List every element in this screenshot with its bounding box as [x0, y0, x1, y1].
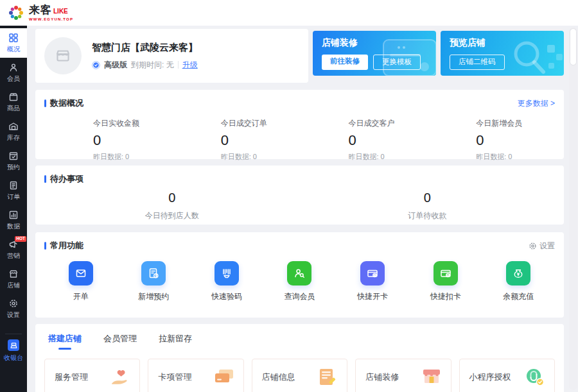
- sidebar-item-label: 数据: [7, 222, 20, 231]
- stat-label: 今日新增会员: [476, 118, 555, 129]
- section-accent-bar: [44, 242, 46, 250]
- todo-item-arrivals: 0 今日待到店人数: [44, 185, 300, 221]
- todo-value: 0: [300, 191, 556, 205]
- tab-member-mgmt[interactable]: 会员管理: [103, 333, 137, 351]
- scrollbar-thumb[interactable]: [570, 28, 577, 65]
- logo-site-text: WWW.EGYUN.TOP: [29, 17, 73, 21]
- build-section-card: 搭建店铺 会员管理 拉新留存 服务管理 卡项管理: [35, 324, 564, 392]
- meta-divider: [178, 61, 179, 69]
- invoice-icon: [74, 267, 87, 280]
- more-data-link[interactable]: 更多数据 >: [518, 98, 555, 109]
- build-card-card-mgmt[interactable]: 卡项管理: [148, 359, 243, 392]
- stat-new-members: 今日新增会员 0 昨日数据: 0: [427, 118, 555, 162]
- todo-label: 今日待到店人数: [44, 210, 300, 221]
- card-minus-icon: [439, 267, 452, 280]
- sidebar-item-label: 概况: [7, 45, 20, 54]
- gear-icon: [8, 298, 19, 309]
- sidebar-item-inventory[interactable]: 库存: [0, 117, 27, 146]
- logo-pinwheel-icon: [6, 3, 26, 22]
- sidebar-item-marketing[interactable]: HOT 营销: [0, 235, 27, 264]
- stat-yesterday: 昨日数据: 0: [349, 152, 428, 162]
- sidebar-item-label: 收银台: [4, 354, 23, 362]
- money-bag-icon: [512, 267, 525, 280]
- quick-action-recharge[interactable]: 余额充值: [482, 261, 555, 302]
- build-card-miniprogram-auth[interactable]: 小程序授权: [459, 359, 555, 392]
- section-accent-bar: [44, 99, 46, 107]
- build-tabs: 搭建店铺 会员管理 拉新留存: [44, 332, 555, 351]
- sidebar-item-label: 订单: [7, 192, 20, 201]
- sidebar-item-data[interactable]: 数据: [0, 205, 27, 235]
- quick-action-scan-code[interactable]: 快速验码: [190, 261, 263, 302]
- warehouse-icon: [8, 121, 19, 132]
- stat-yesterday: 昨日数据: 0: [476, 152, 555, 162]
- todo-value: 0: [44, 191, 300, 205]
- quick-action-add-booking[interactable]: 新增预约: [118, 261, 191, 302]
- quick-action-label: 快捷扣卡: [409, 291, 482, 302]
- store-avatar: [44, 37, 82, 74]
- storefront-decor-icon: [419, 366, 444, 388]
- sidebar-item-overview[interactable]: 概况: [0, 28, 27, 58]
- go-decorate-button[interactable]: 前往装修: [322, 55, 368, 70]
- tab-build-shop[interactable]: 搭建店铺: [48, 333, 82, 351]
- grid-icon: [8, 33, 19, 43]
- upgrade-link[interactable]: 升级: [182, 60, 198, 71]
- quick-action-label: 查询会员: [263, 291, 337, 302]
- quick-action-create-order[interactable]: 开单: [44, 261, 118, 302]
- logo-main-text: 来客: [29, 4, 52, 15]
- section-accent-bar: [44, 175, 46, 183]
- cashier-icon: [8, 339, 19, 351]
- sidebar-item-booking[interactable]: 预约: [0, 146, 27, 176]
- logo-like-text: LIKE: [53, 8, 68, 15]
- main-content: 智慧门店【武陵云来客】 高级版 到期时间: 无 升级: [27, 26, 578, 392]
- stat-today-orders: 今日成交订单 0 昨日数据: 0: [172, 118, 300, 162]
- quick-action-label: 余额充值: [482, 291, 555, 302]
- data-overview-card: 数据概况 更多数据 > 今日实收金额 0 昨日数据: 0 今日成交订单 0 昨日…: [35, 90, 564, 159]
- store-info: 智慧门店【武陵云来客】 高级版 到期时间: 无 升级: [92, 42, 198, 71]
- quick-action-search-member[interactable]: 查询会员: [263, 261, 337, 302]
- quick-action-label: 新增预约: [118, 291, 191, 302]
- quick-actions-card: 常用功能 设置 开单: [35, 232, 564, 318]
- build-card-shop-info[interactable]: 店铺信息: [252, 359, 347, 392]
- member-icon: [8, 62, 19, 72]
- chart-icon: [8, 210, 19, 220]
- settings-label: 设置: [539, 241, 555, 251]
- todo-card: 待办事项 0 今日待到店人数 0 订单待收款: [35, 166, 564, 225]
- change-template-button[interactable]: 更换模板: [373, 55, 421, 70]
- build-card-shop-decor[interactable]: 店铺装修: [355, 359, 451, 392]
- data-overview-title: 数据概况: [50, 98, 83, 109]
- top-header-bar: 来客 LIKE WWW.EGYUN.TOP: [0, 0, 578, 26]
- sidebar-item-orders[interactable]: 订单: [0, 176, 27, 205]
- storefront-icon: [8, 269, 19, 279]
- preview-card-title: 预览店铺: [450, 37, 555, 49]
- build-card-label: 店铺信息: [262, 371, 295, 383]
- quick-action-open-card[interactable]: 快捷开卡: [336, 261, 409, 302]
- stat-yesterday: 昨日数据: 0: [221, 152, 300, 162]
- booking-clock-icon: [147, 267, 160, 280]
- sidebar-item-label: 店铺: [7, 281, 20, 290]
- sidebar-item-members[interactable]: 会员: [0, 58, 27, 87]
- storefront-avatar-icon: [53, 46, 73, 66]
- decorate-card-title: 店铺装修: [322, 37, 427, 49]
- calendar-check-icon: [8, 151, 19, 161]
- quick-action-label: 快捷开卡: [336, 291, 409, 302]
- shop-preview-card: 预览店铺 店铺二维码: [441, 31, 564, 76]
- sidebar-item-cashier[interactable]: 收银台: [0, 334, 27, 368]
- shop-qrcode-button[interactable]: 店铺二维码: [450, 55, 505, 70]
- build-card-service-mgmt[interactable]: 服务管理: [44, 359, 140, 392]
- app-logo[interactable]: 来客 LIKE WWW.EGYUN.TOP: [6, 3, 73, 22]
- miniprogram-check-icon: [522, 366, 548, 388]
- sidebar-item-label: 商品: [7, 104, 20, 113]
- scrollbar-track[interactable]: [569, 27, 577, 390]
- sidebar-item-shop[interactable]: 店铺: [0, 264, 27, 294]
- store-info-card: 智慧门店【武陵云来客】 高级版 到期时间: 无 升级: [35, 29, 308, 83]
- stats-row: 今日实收金额 0 昨日数据: 0 今日成交订单 0 昨日数据: 0 今日成交客户…: [44, 118, 555, 162]
- sidebar-item-settings[interactable]: 设置: [0, 294, 27, 323]
- tab-acquisition-retention[interactable]: 拉新留存: [159, 333, 192, 351]
- sidebar-item-goods[interactable]: 商品: [0, 87, 27, 117]
- todo-item-pending-payment: 0 订单待收款: [300, 185, 556, 221]
- build-card-label: 卡项管理: [158, 371, 191, 383]
- stat-value: 0: [476, 132, 555, 149]
- quick-action-deduct-card[interactable]: 快捷扣卡: [409, 261, 482, 302]
- quick-actions-settings-button[interactable]: 设置: [529, 241, 555, 251]
- build-card-label: 小程序授权: [469, 371, 511, 383]
